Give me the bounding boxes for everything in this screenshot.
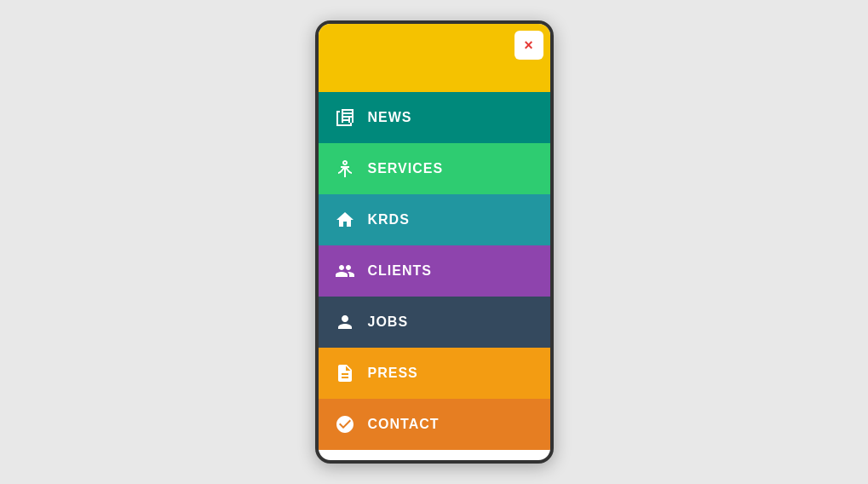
- krds-label: KRDS: [368, 212, 410, 228]
- menu-item-krds[interactable]: KRDS: [319, 194, 550, 245]
- menu-items-list: NEWS SERVICES KRDS: [319, 92, 550, 460]
- header-bar: ×: [319, 24, 550, 92]
- services-label: SERVICES: [368, 161, 444, 176]
- menu-item-jobs[interactable]: JOBS: [319, 297, 550, 348]
- person-icon: [332, 309, 358, 335]
- menu-item-contact[interactable]: CONTACT: [319, 399, 550, 450]
- contact-label: CONTACT: [368, 417, 440, 432]
- clients-label: CLIENTS: [368, 263, 432, 279]
- press-label: PRESS: [368, 366, 418, 381]
- menu-item-services[interactable]: SERVICES: [319, 143, 550, 194]
- close-button[interactable]: ×: [514, 31, 543, 60]
- file-icon: [332, 360, 358, 386]
- contact-icon: [332, 412, 358, 437]
- jobs-label: JOBS: [368, 314, 409, 330]
- users-icon: [332, 258, 358, 284]
- home-icon: [332, 207, 358, 233]
- menu-item-clients[interactable]: CLIENTS: [319, 245, 550, 297]
- menu-container: × NEWS SERVICES: [319, 24, 550, 460]
- device-frame: × NEWS SERVICES: [315, 20, 554, 464]
- menu-item-news[interactable]: NEWS: [319, 92, 550, 143]
- menu-item-press[interactable]: PRESS: [319, 348, 550, 399]
- newspaper-icon: [332, 105, 358, 130]
- news-label: NEWS: [368, 110, 412, 125]
- anchor-icon: [332, 156, 358, 182]
